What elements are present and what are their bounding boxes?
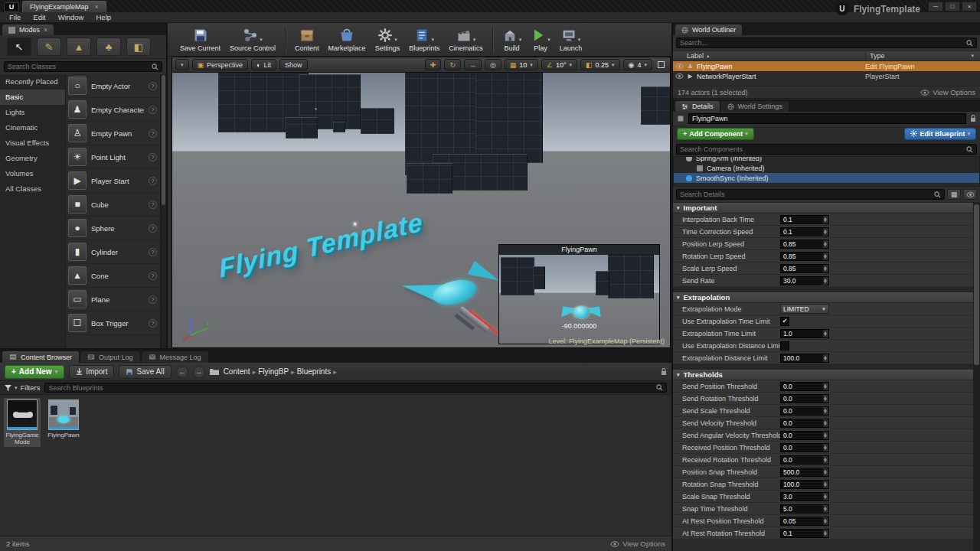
map-tab[interactable]: FlyingExampleMap × <box>22 1 106 12</box>
visibility-eye-icon[interactable] <box>675 73 684 79</box>
scale-tool-button[interactable]: ↔ <box>464 59 482 70</box>
component-row[interactable]: SmoothSync (Inherited) <box>674 173 979 183</box>
asset-tile[interactable]: FlyingGame Mode <box>4 398 41 447</box>
spinner-icon[interactable] <box>823 240 828 248</box>
rotation-snap-button[interactable]: ∠10°▾ <box>541 59 577 70</box>
search-details-input[interactable] <box>680 191 932 198</box>
filters-button[interactable]: ▾ Filters <box>5 383 40 392</box>
property-checkbox[interactable]: ✔ <box>780 317 789 326</box>
actor-name-input[interactable] <box>688 113 966 124</box>
property-value-field[interactable]: 0.0 <box>780 394 829 403</box>
search-assets-input[interactable] <box>48 384 654 392</box>
spinner-icon[interactable] <box>823 253 828 260</box>
placeable-item[interactable]: ■ Cube ? <box>66 193 160 217</box>
placeable-item[interactable]: ▲ Cone ? <box>66 264 160 288</box>
editor-mode-button[interactable]: ✎ <box>37 37 61 56</box>
component-row[interactable]: Camera (Inherited) <box>674 163 979 173</box>
placeable-item[interactable]: ▭ Plane ? <box>66 288 160 311</box>
marketplace-button[interactable]: Marketplace <box>328 28 366 52</box>
placeable-item[interactable]: ♙ Empty Pawn ? <box>66 122 160 145</box>
placement-category[interactable]: Lights <box>0 105 65 120</box>
outliner-search-box[interactable] <box>676 37 977 48</box>
placeable-item[interactable]: ☐ Box Trigger ? <box>66 311 160 335</box>
property-value-field[interactable]: 0.05 <box>780 517 829 526</box>
import-button[interactable]: Import <box>69 365 114 379</box>
save-current-button[interactable]: Save Current <box>180 28 220 52</box>
preview-window[interactable]: -90.000000 FlyingPawn <box>498 244 660 344</box>
static-mesh-cube[interactable] <box>641 86 670 125</box>
spinner-icon[interactable] <box>823 456 828 464</box>
maximize-viewport-icon[interactable] <box>658 61 665 68</box>
save-all-button[interactable]: Save All <box>119 365 171 379</box>
help-icon[interactable]: ? <box>149 153 157 161</box>
translate-tool-button[interactable]: ✚ <box>425 59 442 70</box>
back-button[interactable]: ← <box>176 366 188 378</box>
editor-mode-button[interactable]: ◧ <box>126 37 151 56</box>
property-value-field[interactable]: 0.85 <box>780 264 829 273</box>
search-details-box[interactable] <box>676 189 945 200</box>
asset-tile[interactable]: FlyingPawn <box>45 398 82 440</box>
tab-world-settings[interactable]: World Settings <box>721 101 789 112</box>
rotate-tool-button[interactable]: ↻ <box>444 59 461 70</box>
property-value-field[interactable]: 3.0 <box>780 492 829 501</box>
tab-output-log[interactable]: Output Log <box>80 351 140 363</box>
forward-button[interactable]: → <box>193 366 205 378</box>
help-icon[interactable]: ? <box>149 106 157 114</box>
spinner-icon[interactable] <box>823 383 828 390</box>
source-control-button[interactable]: ▾ Source Control <box>230 28 276 52</box>
spinner-icon[interactable] <box>823 228 828 236</box>
spinner-icon[interactable] <box>823 493 828 500</box>
property-value-field[interactable]: 0.85 <box>780 252 829 261</box>
section-header-thresholds[interactable]: ▾ Thresholds <box>673 370 973 380</box>
actor-sprite-icon[interactable]: * <box>315 106 317 113</box>
help-icon[interactable]: ? <box>149 177 157 185</box>
help-icon[interactable]: ? <box>149 248 157 256</box>
spinner-icon[interactable] <box>823 407 828 415</box>
scale-snap-button[interactable]: ◧0.25▾ <box>580 59 620 70</box>
help-icon[interactable]: ? <box>149 295 157 304</box>
property-value-field[interactable]: 0.1 <box>780 215 829 224</box>
editor-mode-button[interactable]: ▲ <box>67 37 91 56</box>
help-icon[interactable]: ? <box>149 272 157 280</box>
help-icon[interactable]: ? <box>149 319 157 328</box>
breadcrumb-item[interactable]: Content <box>224 367 250 376</box>
play-button[interactable]: ▾ Play <box>531 28 550 52</box>
maximize-button[interactable]: □ <box>945 2 960 11</box>
property-value-field[interactable]: 100.0 <box>780 480 829 489</box>
spinner-icon[interactable] <box>823 419 828 427</box>
spinner-icon[interactable] <box>823 517 828 525</box>
view-options-button[interactable]: View Options <box>610 540 665 548</box>
close-button[interactable]: × <box>962 2 977 11</box>
placement-category[interactable]: All Classes <box>0 181 65 197</box>
lit-mode-button[interactable]: ◐Lit <box>251 59 276 70</box>
tab-details[interactable]: Details <box>675 101 720 112</box>
property-value-field[interactable]: 0.0 <box>780 419 829 428</box>
component-row[interactable]: SpringArm (Inherited) <box>674 156 979 163</box>
grid-snap-button[interactable]: ▦10▾ <box>505 59 538 70</box>
label-column-header[interactable]: Label▴ <box>673 52 865 60</box>
editor-mode-button[interactable]: ♣ <box>96 37 121 56</box>
placeable-item[interactable]: ☀ Point Light ? <box>66 145 160 169</box>
viewport-options-button[interactable]: ▾ <box>175 59 189 70</box>
breadcrumb-item[interactable]: FlyingBP <box>258 367 289 376</box>
property-value-field[interactable]: 0.0 <box>780 455 829 465</box>
static-mesh-cube[interactable] <box>333 122 345 132</box>
type-column-header[interactable]: Type▾ <box>865 52 980 60</box>
static-mesh-cube[interactable] <box>361 108 394 134</box>
placement-category[interactable]: Volumes <box>0 166 65 181</box>
viewport-scene[interactable]: * * Flying Template <box>172 73 670 347</box>
help-icon[interactable]: ? <box>149 224 157 233</box>
blueprints-button[interactable]: ▾ Blueprints <box>409 28 439 52</box>
property-value-field[interactable]: 0.1 <box>780 227 829 236</box>
search-classes-input[interactable] <box>8 63 149 70</box>
spinner-icon[interactable] <box>823 530 828 537</box>
property-value-field[interactable]: 0.0 <box>780 443 829 452</box>
menu-item[interactable]: Window <box>52 13 90 21</box>
spinner-icon[interactable] <box>823 330 828 337</box>
lock-icon[interactable] <box>970 115 976 122</box>
section-header-extrapolation[interactable]: ▾ Extrapolation <box>673 292 973 303</box>
perspective-button[interactable]: ▣Perspective <box>192 59 249 70</box>
placement-category[interactable]: Recently Placed <box>0 74 65 90</box>
tab-world-outliner[interactable]: World Outliner <box>675 24 742 35</box>
outliner-row[interactable]: ▶ NetworkPlayerStart PlayerStart <box>673 71 980 81</box>
